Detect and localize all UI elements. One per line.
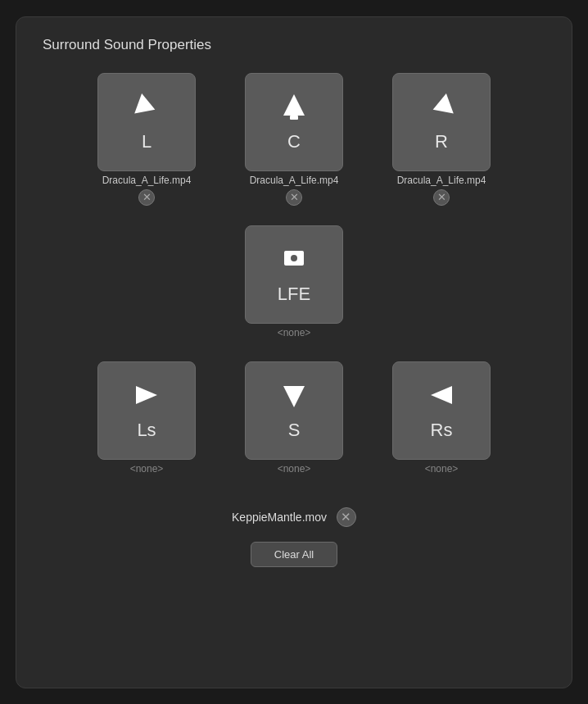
channel-box-C[interactable]: C bbox=[245, 73, 343, 171]
clear-all-button[interactable]: Clear All bbox=[251, 542, 337, 567]
channel-grid: L Dracula_A_Life.mp4 ✕ C bbox=[43, 73, 545, 481]
svg-marker-8 bbox=[431, 386, 452, 404]
channel-filename-L: Dracula_A_Life.mp4 bbox=[102, 175, 192, 186]
panel-title: Surround Sound Properties bbox=[43, 37, 545, 53]
channel-label-Rs: Rs bbox=[431, 420, 453, 441]
remove-source-button[interactable]: ✕ bbox=[337, 507, 356, 527]
speaker-S-icon bbox=[278, 379, 310, 415]
channel-filename-C: Dracula_A_Life.mp4 bbox=[250, 175, 339, 186]
row-bottom: Ls <none> S <none> bbox=[97, 361, 491, 475]
channel-item-LFE: LFE <none> bbox=[245, 225, 343, 338]
speaker-Ls-icon bbox=[131, 379, 162, 415]
channel-box-LFE[interactable]: LFE bbox=[245, 225, 343, 324]
channel-none-S: <none> bbox=[278, 463, 311, 475]
speaker-R-icon bbox=[426, 91, 457, 126]
channel-box-R[interactable]: R bbox=[392, 73, 491, 171]
channel-none-LFE: <none> bbox=[278, 327, 311, 338]
channel-label-Ls: Ls bbox=[137, 420, 156, 441]
channel-box-L[interactable]: L bbox=[97, 73, 196, 171]
surround-sound-properties-panel: Surround Sound Properties L Dracula_A_Li… bbox=[16, 16, 572, 688]
svg-rect-2 bbox=[290, 116, 298, 120]
channel-label-S: S bbox=[288, 420, 301, 441]
channel-box-Ls[interactable]: Ls bbox=[97, 361, 196, 460]
channel-label-C: C bbox=[287, 131, 301, 152]
channel-box-S[interactable]: S bbox=[245, 361, 343, 460]
svg-marker-3 bbox=[429, 93, 454, 120]
bottom-section: KeppieMantle.mov ✕ Clear All bbox=[43, 507, 545, 567]
remove-C-button[interactable]: ✕ bbox=[286, 189, 302, 206]
channel-item-Ls: Ls <none> bbox=[97, 361, 196, 475]
svg-marker-0 bbox=[134, 93, 159, 120]
svg-point-5 bbox=[291, 255, 297, 261]
channel-label-LFE: LFE bbox=[278, 284, 310, 305]
speaker-C-icon bbox=[278, 91, 310, 126]
channel-item-C: C Dracula_A_Life.mp4 ✕ bbox=[245, 73, 343, 206]
remove-L-button[interactable]: ✕ bbox=[138, 189, 155, 206]
channel-item-R: R Dracula_A_Life.mp4 ✕ bbox=[392, 73, 491, 206]
svg-marker-6 bbox=[136, 386, 157, 404]
speaker-L-icon bbox=[131, 91, 162, 126]
channel-item-L: L Dracula_A_Life.mp4 ✕ bbox=[97, 73, 196, 206]
source-row: KeppieMantle.mov ✕ bbox=[232, 507, 356, 527]
svg-marker-1 bbox=[283, 94, 305, 116]
row-top: L Dracula_A_Life.mp4 ✕ C bbox=[97, 73, 491, 206]
channel-item-S: S <none> bbox=[245, 361, 343, 475]
channel-filename-R: Dracula_A_Life.mp4 bbox=[397, 175, 486, 186]
channel-label-L: L bbox=[142, 131, 152, 152]
channel-none-Ls: <none> bbox=[130, 463, 164, 475]
source-filename: KeppieMantle.mov bbox=[232, 511, 327, 524]
remove-R-button[interactable]: ✕ bbox=[433, 189, 450, 206]
channel-label-R: R bbox=[435, 131, 448, 152]
channel-box-Rs[interactable]: Rs bbox=[392, 361, 491, 460]
channel-none-Rs: <none> bbox=[425, 463, 459, 475]
speaker-LFE-icon bbox=[278, 243, 310, 279]
svg-marker-7 bbox=[283, 386, 305, 407]
speaker-Rs-icon bbox=[426, 379, 457, 415]
row-middle: LFE <none> bbox=[245, 225, 343, 338]
channel-item-Rs: Rs <none> bbox=[392, 361, 491, 475]
